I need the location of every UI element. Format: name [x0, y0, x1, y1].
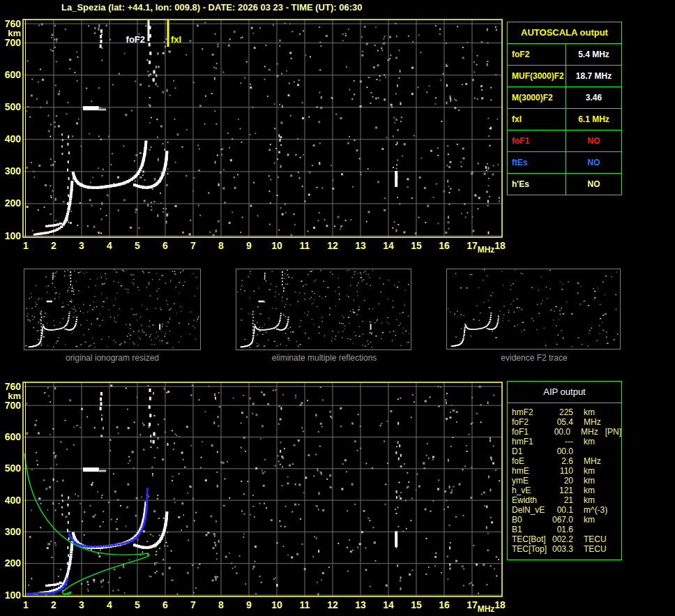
svg-text:17: 17 — [467, 599, 478, 610]
aip-table-body: hmF2225kmfoF205.4MHzfoF100.0MHz[PN]hmF1-… — [508, 403, 621, 559]
aip-label: TEC[Bot] — [512, 534, 551, 544]
autoscala-param-label: ftEs — [508, 152, 566, 173]
svg-text:12: 12 — [327, 599, 338, 610]
aip-row-hmf2: hmF2225km — [512, 407, 621, 417]
aip-table-title: AIP output — [508, 382, 621, 403]
autoscala-param-value: NO — [566, 152, 621, 173]
autoscala-row-fxi: fxI6.1 MHz — [508, 109, 621, 130]
aip-row-hme: hmE110km — [512, 466, 621, 476]
aip-unit: km — [584, 466, 595, 476]
svg-text:100: 100 — [5, 230, 22, 241]
aip-label: hmF2 — [512, 407, 551, 417]
aip-unit: MHz — [584, 456, 601, 466]
aip-extra: [PN] — [605, 427, 621, 437]
svg-text:500: 500 — [5, 101, 22, 112]
aip-label: DelN_vE — [512, 505, 551, 515]
aip-value: 01.6 — [551, 525, 573, 534]
svg-text:3: 3 — [79, 599, 84, 610]
svg-text:600: 600 — [5, 431, 22, 442]
autoscala-row-muf3000f2: MUF(3000)F218.7 MHz — [508, 66, 621, 87]
svg-text:7: 7 — [190, 599, 196, 610]
aip-value: 00.1 — [551, 505, 573, 515]
svg-text:10: 10 — [271, 240, 282, 251]
thumbnail-caption-original: original ionogram resized — [24, 353, 201, 363]
svg-text:8: 8 — [218, 240, 224, 251]
svg-text:16: 16 — [439, 599, 450, 610]
svg-text:4: 4 — [107, 599, 112, 610]
svg-text:km: km — [8, 391, 21, 401]
thumbnail-original-ionogram — [24, 269, 201, 350]
svg-text:2: 2 — [51, 240, 56, 251]
aip-label: B1 — [512, 525, 551, 534]
svg-text:11: 11 — [300, 240, 310, 251]
aip-unit: km — [584, 515, 595, 525]
thumbnail-original-image — [24, 269, 201, 350]
aip-row-fof2: foF205.4MHz — [512, 417, 621, 427]
svg-text:9: 9 — [246, 240, 252, 251]
aip-unit: km — [584, 476, 595, 486]
svg-text:6: 6 — [162, 240, 168, 251]
autoscala-param-label: foF2 — [508, 44, 566, 65]
svg-text:14: 14 — [383, 240, 394, 251]
thumbnail-caption-evidence: evidence F2 trace — [446, 353, 622, 363]
thumbnail-evidence-f2 — [446, 269, 623, 350]
autoscala-output-table: AUTOSCALA output foF25.4 MHzMUF(3000)F21… — [507, 22, 622, 195]
aip-label: hmE — [512, 466, 551, 476]
svg-text:10: 10 — [271, 599, 282, 610]
svg-text:600: 600 — [5, 69, 22, 80]
thumbnail-evidence-image — [446, 269, 621, 350]
thumbnail-caption-eliminate: eliminate multiple reflections — [236, 353, 413, 363]
aip-row-delnve: DelN_vE00.1m^(-3) — [512, 505, 621, 515]
aip-label: D1 — [512, 446, 551, 456]
svg-text:200: 200 — [5, 197, 22, 209]
thumbnail-eliminate-reflections — [236, 269, 413, 350]
svg-text:1: 1 — [23, 240, 29, 251]
aip-output-table: AIP output hmF2225kmfoF205.4MHzfoF100.0M… — [507, 381, 622, 560]
svg-text:3: 3 — [79, 240, 84, 251]
aip-value: 05.4 — [551, 417, 573, 427]
svg-text:15: 15 — [411, 599, 422, 610]
station-title: La_Spezia (lat: +44.1, lon: 009.8) - DAT… — [61, 2, 362, 13]
svg-text:4: 4 — [107, 240, 112, 251]
aip-label: foF1 — [512, 427, 549, 437]
autoscala-param-label: h'Es — [508, 174, 566, 195]
autoscala-row-m3000f2: M(3000)F23.46 — [508, 87, 621, 109]
aip-value: 110 — [551, 466, 573, 476]
svg-text:5: 5 — [135, 599, 140, 610]
autoscala-param-label: MUF(3000)F2 — [508, 66, 566, 87]
svg-text:400: 400 — [5, 133, 22, 144]
aip-unit: m^(-3) — [584, 505, 607, 515]
aip-unit: km — [584, 495, 595, 505]
autoscala-table-body: foF25.4 MHzMUF(3000)F218.7 MHzM(3000)F23… — [508, 44, 621, 195]
svg-text:fxI: fxI — [171, 34, 181, 45]
aip-row-b0: B0067.0km — [512, 515, 621, 525]
autoscala-param-value: 3.46 — [566, 87, 621, 108]
autoscala-row-ftes: ftEsNO — [508, 152, 621, 174]
svg-text:18: 18 — [494, 240, 506, 251]
autoscala-row-fof2: foF25.4 MHz — [508, 44, 621, 66]
aip-row-foe: foE2.6MHz — [512, 456, 621, 466]
svg-text:100: 100 — [5, 589, 22, 601]
svg-text:400: 400 — [5, 495, 22, 506]
svg-text:200: 200 — [5, 557, 22, 569]
aip-row-tectop: TEC[Top]003.3TECU — [512, 544, 621, 554]
autoscala-param-value: NO — [566, 130, 621, 151]
aip-unit: km — [584, 407, 595, 417]
svg-text:700: 700 — [5, 37, 22, 48]
svg-text:13: 13 — [355, 599, 366, 610]
aip-label: hmF1 — [512, 437, 551, 446]
svg-text:15: 15 — [411, 240, 422, 251]
svg-text:9: 9 — [246, 599, 252, 610]
aip-row-d1: D100.0 — [512, 446, 621, 456]
aip-label: B0 — [512, 515, 551, 525]
aip-row-hve: h_vE121km — [512, 486, 621, 495]
svg-text:300: 300 — [5, 526, 22, 537]
aip-value: 00.0 — [549, 427, 570, 437]
autoscala-table-title: AUTOSCALA output — [508, 22, 621, 44]
aip-value: 00.0 — [551, 446, 573, 456]
aip-unit: MHz — [581, 427, 598, 437]
svg-text:MHz: MHz — [478, 604, 495, 614]
aip-row-fof1: foF100.0MHz[PN] — [512, 427, 621, 437]
autoscala-param-label: M(3000)F2 — [508, 87, 566, 108]
svg-text:7: 7 — [190, 240, 196, 251]
